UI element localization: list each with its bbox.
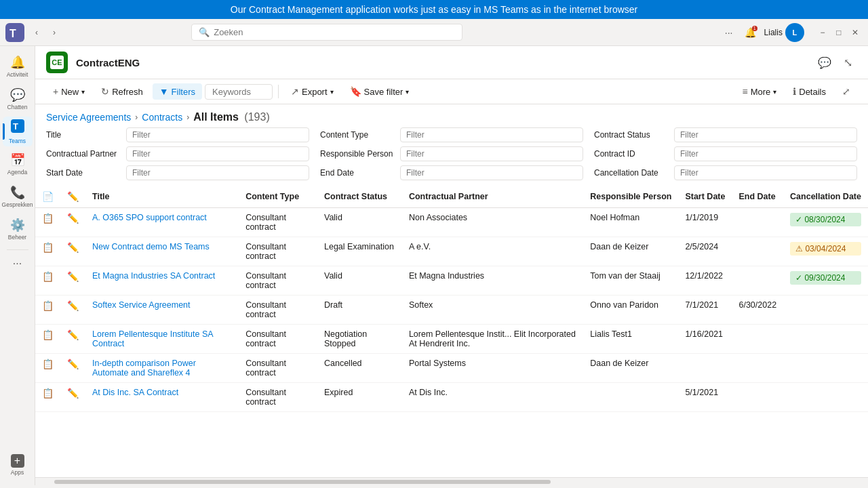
filters-button[interactable]: ▼ Filters: [153, 83, 202, 100]
doc-icon[interactable]: 📋: [42, 329, 54, 340]
fullscreen-button[interactable]: ⤢: [835, 83, 857, 100]
filter-start-date-input[interactable]: [126, 165, 309, 180]
more-button[interactable]: ≡ More ▾: [735, 83, 783, 100]
banner: Our Contract Management application work…: [0, 0, 868, 19]
row-contractual-partner: Non Associates: [402, 208, 583, 237]
sidebar-item-chatten[interactable]: 💬 Chatten: [3, 84, 33, 114]
edit-icon[interactable]: ✏️: [67, 329, 79, 340]
maximize-button[interactable]: □: [831, 25, 846, 40]
row-content-type: Consultant contract: [239, 237, 317, 266]
edit-icon[interactable]: ✏️: [67, 213, 79, 224]
new-button[interactable]: + New ▾: [46, 83, 92, 100]
row-responsible-person: Noel Hofman: [583, 208, 678, 237]
row-title[interactable]: A. O365 SPO support contract: [85, 208, 239, 237]
col-header-title[interactable]: Title: [85, 186, 239, 208]
edit-icon[interactable]: ✏️: [67, 388, 79, 399]
filter-contract-status-input[interactable]: [674, 127, 857, 142]
row-title[interactable]: In-depth comparison Power Automate and S…: [85, 354, 239, 383]
search-input[interactable]: [214, 27, 455, 37]
row-title[interactable]: Lorem Pellentesque Institute SA Contract: [85, 325, 239, 354]
sidebar-item-activiteit[interactable]: 🔔 Activiteit: [3, 52, 33, 81]
notification-button[interactable]: 🔔 1: [743, 24, 759, 41]
sidebar-item-agenda[interactable]: 📅 Agenda: [3, 149, 33, 179]
filter-content-type-input[interactable]: [400, 127, 583, 142]
row-doc-icon-cell: 📋: [35, 237, 60, 266]
filter-responsible-person-input[interactable]: [400, 146, 583, 161]
row-contractual-partner: A e.V.: [402, 237, 583, 266]
edit-icon[interactable]: ✏️: [67, 359, 79, 369]
save-filter-button[interactable]: 🔖 Save filter ▾: [343, 83, 416, 100]
details-button[interactable]: ℹ Details: [786, 83, 833, 100]
doc-icon[interactable]: 📋: [42, 213, 54, 224]
horizontal-scrollbar[interactable]: [35, 477, 868, 485]
row-title[interactable]: Et Magna Industries SA Contract: [85, 266, 239, 296]
breadcrumb-sep-2: ›: [186, 113, 189, 122]
filter-end-date-input[interactable]: [400, 165, 583, 180]
col-header-contractual-partner[interactable]: Contractual Partner: [402, 186, 583, 208]
breadcrumb-contracts[interactable]: Contracts: [142, 112, 182, 123]
col-header-content-type[interactable]: Content Type: [239, 186, 317, 208]
teams-logo-icon[interactable]: T: [5, 23, 24, 42]
row-title[interactable]: Softex Service Agreement: [85, 296, 239, 325]
refresh-button[interactable]: ↻ Refresh: [94, 83, 150, 100]
sidebar: 🔔 Activiteit 💬 Chatten T Teams 📅: [0, 46, 35, 485]
window-controls: − □ ✕: [815, 25, 863, 40]
nav-back-button[interactable]: ‹: [28, 24, 45, 41]
row-start-date: 7/1/2021: [678, 296, 732, 325]
sidebar-item-teams[interactable]: T Teams: [3, 117, 33, 146]
table-row: 📋✏️A. O365 SPO support contractConsultan…: [35, 208, 868, 237]
row-responsible-person: [583, 383, 678, 412]
row-edit-icon-cell: ✏️: [60, 296, 85, 325]
apps-icon: +: [11, 454, 24, 468]
doc-icon[interactable]: 📋: [42, 271, 54, 282]
row-title[interactable]: At Dis Inc. SA Contract: [85, 383, 239, 412]
minimize-button[interactable]: −: [815, 25, 830, 40]
row-start-date: [678, 354, 732, 383]
doc-icon[interactable]: 📋: [42, 242, 54, 253]
filter-contractual-partner-input[interactable]: [126, 146, 309, 161]
sidebar-item-beheer[interactable]: ⚙️ Beheer: [3, 214, 33, 244]
row-edit-icon-cell: ✏️: [60, 208, 85, 237]
filter-title-input[interactable]: [126, 127, 309, 142]
doc-icon[interactable]: 📋: [42, 388, 54, 399]
sidebar-more-button[interactable]: ···: [3, 256, 33, 272]
col-header-responsible-person[interactable]: Responsible Person: [583, 186, 678, 208]
filter-cancellation-date-label: Cancellation Date: [594, 168, 669, 178]
filter-cancellation-date-input[interactable]: [674, 165, 857, 180]
breadcrumb-service-agreements[interactable]: Service Agreements: [46, 112, 131, 123]
col-header-cancellation-date[interactable]: Cancellation Date: [783, 186, 868, 208]
avatar[interactable]: L: [785, 23, 804, 42]
edit-icon[interactable]: ✏️: [67, 271, 79, 282]
row-end-date: [732, 325, 783, 354]
edit-icon[interactable]: ✏️: [67, 300, 79, 311]
scroll-thumb[interactable]: [54, 480, 551, 484]
doc-icon[interactable]: 📋: [42, 300, 54, 311]
row-responsible-person: Onno van Paridon: [583, 296, 678, 325]
filter-contract-id-row: Contract ID: [594, 146, 857, 161]
more-icon: ≡: [742, 86, 747, 97]
more-options-button[interactable]: ···: [721, 24, 737, 41]
row-doc-icon-cell: 📋: [35, 208, 60, 237]
nav-forward-button[interactable]: ›: [46, 24, 62, 41]
app-expand-button[interactable]: ⤡: [838, 53, 857, 72]
export-button[interactable]: ↗ Export ▾: [284, 83, 340, 100]
row-contractual-partner: Portal Systems: [402, 354, 583, 383]
col-header-start-date[interactable]: Start Date: [678, 186, 732, 208]
user-avatar-group[interactable]: Lialis L: [764, 23, 804, 42]
row-contract-status: Cancelled: [317, 354, 402, 383]
col-header-end-date[interactable]: End Date: [732, 186, 783, 208]
close-button[interactable]: ✕: [848, 25, 863, 40]
keywords-input[interactable]: [205, 84, 273, 100]
filter-contract-id-input[interactable]: [674, 146, 857, 161]
table-wrapper: 📄 ✏️ Title Content Type Contract Status …: [35, 186, 868, 477]
table-row: 📋✏️Softex Service AgreementConsultant co…: [35, 296, 868, 325]
edit-icon[interactable]: ✏️: [67, 242, 79, 253]
doc-icon[interactable]: 📋: [42, 359, 54, 369]
sidebar-item-apps[interactable]: + Apps: [3, 450, 33, 480]
row-title[interactable]: New Contract demo MS Teams: [85, 237, 239, 266]
col-header-contract-status[interactable]: Contract Status: [317, 186, 402, 208]
sidebar-item-gesprekken[interactable]: 📞 Gesprekken: [3, 182, 33, 211]
app-chat-button[interactable]: 💬: [815, 53, 834, 72]
filter-contract-status-row: Contract Status: [594, 127, 857, 142]
row-cancellation-date: ✓ 09/30/2024: [783, 266, 868, 296]
